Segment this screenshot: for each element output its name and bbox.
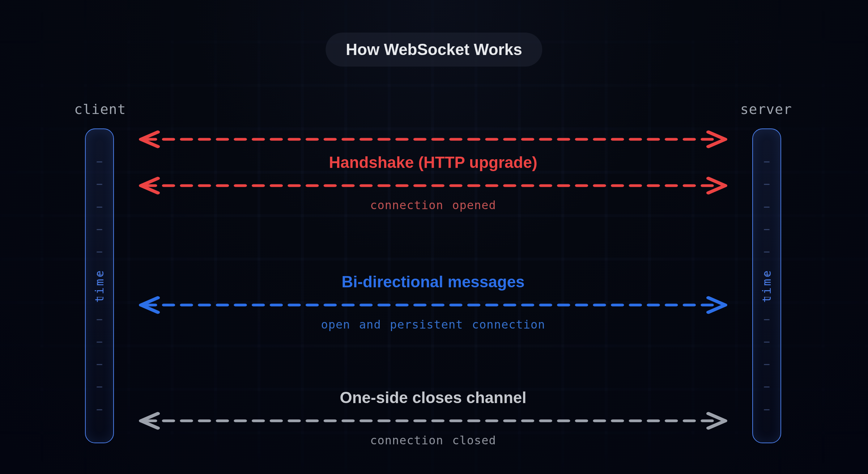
time-axis-label: time — [93, 269, 106, 302]
actor-client-label: client — [74, 101, 126, 117]
close-arrow — [134, 412, 732, 430]
bidirectional-headline: Bi-directional messages — [341, 273, 524, 291]
handshake-request-arrow — [134, 130, 732, 148]
bidirectional-subline: open and persistent connection — [321, 318, 545, 331]
handshake-subline: connection opened — [370, 198, 496, 212]
close-headline: One-side closes channel — [340, 389, 527, 407]
time-axis-label: time — [760, 269, 774, 302]
phase-handshake: Handshake (HTTP upgrade) connection open… — [134, 130, 732, 212]
server-timeline: time — [752, 128, 781, 443]
phase-bidirectional: Bi-directional messages open and persist… — [134, 268, 732, 331]
handshake-response-arrow — [134, 177, 732, 195]
phase-close: One-side closes channel connection close… — [134, 384, 732, 447]
close-subline: connection closed — [370, 433, 496, 447]
bidirectional-arrow — [134, 296, 732, 314]
actor-server-label: server — [740, 101, 792, 117]
handshake-headline: Handshake (HTTP upgrade) — [329, 153, 537, 172]
client-timeline: time — [85, 128, 114, 443]
diagram-title: How WebSocket Works — [326, 33, 542, 67]
